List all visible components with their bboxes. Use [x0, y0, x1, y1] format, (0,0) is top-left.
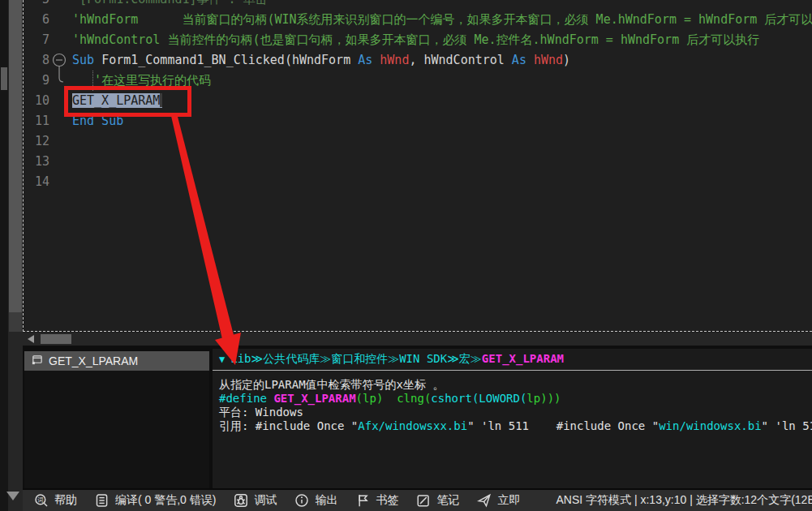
status-item-bookmark[interactable]: 书签 [355, 493, 398, 508]
breadcrumb-item[interactable]: Lib [230, 352, 251, 365]
editor-horizontal-scrollbar[interactable] [23, 333, 812, 346]
code-line[interactable]: 6'hWndForm 当前窗口的句柄(WIN系统用来识别窗口的一个编号，如果多开… [24, 10, 812, 30]
compile-list-icon [95, 493, 110, 508]
breadcrumb-separator-icon: ≫ [470, 352, 482, 365]
documentation-text: 从指定的LPARAM值中检索带符号的x坐标 。#define GET_X_LPA… [213, 371, 812, 433]
line-number: 13 [24, 152, 49, 172]
code-line[interactable]: 9 '在这里写执行的代码 [24, 71, 812, 91]
code-line-text: 'hWndControl 当前控件的句柄(也是窗口句柄，如果多开本窗口，必须 M… [72, 30, 759, 50]
breadcrumb-item[interactable]: 窗口和控件 [331, 352, 388, 365]
editor-vertical-scrollbar-track-end [9, 312, 22, 332]
status-bar: 词帮助编译( 0 警告,0 错误)调试输出书签笔记立即 ANSI 字符模式 | … [23, 488, 812, 511]
documentation-line: 引用: #include Once "Afx/windowsxx.bi" 'ln… [219, 419, 807, 433]
status-item-help[interactable]: 词帮助 [34, 493, 77, 508]
bookmark-flag-icon [355, 493, 370, 508]
code-line[interactable]: 13 [24, 152, 812, 172]
chevron-down-icon[interactable]: ▼ [219, 354, 225, 365]
code-line-text: '[Form1.Command1]事件 : 单击 [72, 0, 268, 10]
scroll-left-arrow-icon[interactable] [28, 335, 34, 343]
pinned-window-icon [31, 354, 43, 368]
status-item-label: 编译( 0 警告,0 错误) [115, 493, 216, 508]
symbol-tooltip-panel: GET_X_LPARAM [24, 351, 209, 488]
code-line[interactable]: 8Sub Form1_Command1_BN_Clicked(hWndForm … [24, 50, 812, 71]
breadcrumb-item[interactable]: 公共代码库 [263, 352, 320, 365]
send-plane-icon [477, 493, 492, 508]
note-pencil-icon [416, 493, 431, 508]
help-search-icon: 词 [34, 493, 49, 508]
status-item-label: 书签 [376, 493, 398, 508]
code-line[interactable]: 12 [24, 131, 812, 152]
code-line[interactable]: 5'[Form1.Command1]事件 : 单击 [24, 0, 812, 10]
line-number: 7 [24, 30, 49, 50]
breadcrumb-separator-icon: ≫ [320, 352, 331, 365]
breadcrumb-separator-icon: ≫ [447, 352, 459, 365]
code-editor[interactable]: 5'[Form1.Command1]事件 : 单击6'hWndForm 当前窗口… [23, 0, 812, 332]
status-item-label: 调试 [254, 493, 277, 508]
documentation-line: 从指定的LPARAM值中检索带符号的x坐标 。 [219, 378, 807, 392]
scroll-down-arrow-icon[interactable] [6, 492, 19, 500]
symbol-tooltip-title: GET_X_LPARAM [49, 354, 138, 367]
status-item-output[interactable]: 输出 [294, 493, 337, 508]
editor-horizontal-scrollbar-thumb[interactable] [41, 334, 71, 344]
breadcrumb: ▼ Lib≫公共代码库≫窗口和控件≫WIN SDK≫宏≫GET_X_LPARAM [213, 349, 812, 371]
documentation-line: 平台: Windows [219, 406, 807, 419]
breadcrumb-item[interactable]: WIN SDK [399, 352, 447, 365]
status-item-label: 笔记 [436, 493, 459, 508]
breadcrumb-separator-icon: ≫ [251, 352, 264, 365]
outer-vertical-scrollbar-thumb[interactable] [1, 67, 7, 90]
code-line[interactable]: 7'hWndControl 当前控件的句柄(也是窗口句柄，如果多开本窗口，必须 … [24, 30, 812, 50]
line-number: 10 [24, 91, 49, 111]
ide-window: 5'[Form1.Command1]事件 : 单击6'hWndForm 当前窗口… [0, 0, 812, 511]
editor-vertical-scrollbar-thumb[interactable] [9, 0, 22, 312]
status-encoding-caret-info: ANSI 字符模式 | x:13,y:10 | 选择字数:12个文字(12Byt… [556, 493, 812, 508]
code-line[interactable]: 10GET_X_LPARAM [24, 91, 812, 111]
code-line-text: Sub Form1_Command1_BN_Clicked(hWndForm A… [72, 50, 570, 71]
code-line-text: 'hWndForm 当前窗口的句柄(WIN系统用来识别窗口的一个编号，如果多开本… [72, 10, 812, 30]
line-number: 8 [24, 50, 49, 71]
status-item-label: 帮助 [54, 493, 77, 508]
line-number: 5 [24, 0, 49, 10]
fold-marker-icon[interactable] [50, 51, 70, 85]
breadcrumb-item[interactable]: 宏 [459, 352, 470, 365]
line-number: 14 [24, 172, 49, 192]
symbol-tooltip-header[interactable]: GET_X_LPARAM [24, 351, 209, 371]
debug-bug-icon [234, 493, 248, 508]
status-item-immediate[interactable]: 立即 [477, 493, 520, 508]
code-line[interactable]: 11End Sub [24, 111, 812, 131]
line-number: 11 [24, 111, 49, 131]
breadcrumb-current-item[interactable]: GET_X_LPARAM [482, 352, 564, 365]
status-item-debug[interactable]: 调试 [234, 493, 277, 508]
indent-guide [92, 71, 93, 91]
info-icon [294, 493, 309, 508]
status-item-label: 输出 [315, 493, 337, 508]
documentation-panel: ▼ Lib≫公共代码库≫窗口和控件≫WIN SDK≫宏≫GET_X_LPARAM… [213, 349, 812, 488]
code-line-text: GET_X_LPARAM [72, 91, 162, 111]
status-item-label: 立即 [497, 493, 520, 508]
code-line-text: End Sub [72, 111, 123, 131]
documentation-line: #define GET_X_LPARAM(lp) clng(cshort(LOW… [219, 392, 807, 406]
status-item-note[interactable]: 笔记 [416, 493, 459, 508]
code-line[interactable]: 14 [24, 172, 812, 192]
line-number: 6 [24, 10, 49, 30]
line-number: 12 [24, 131, 49, 152]
line-number: 9 [24, 71, 49, 91]
svg-text:词: 词 [37, 496, 43, 504]
breadcrumb-separator-icon: ≫ [388, 352, 399, 365]
status-item-compile[interactable]: 编译( 0 警告,0 错误) [95, 493, 216, 508]
